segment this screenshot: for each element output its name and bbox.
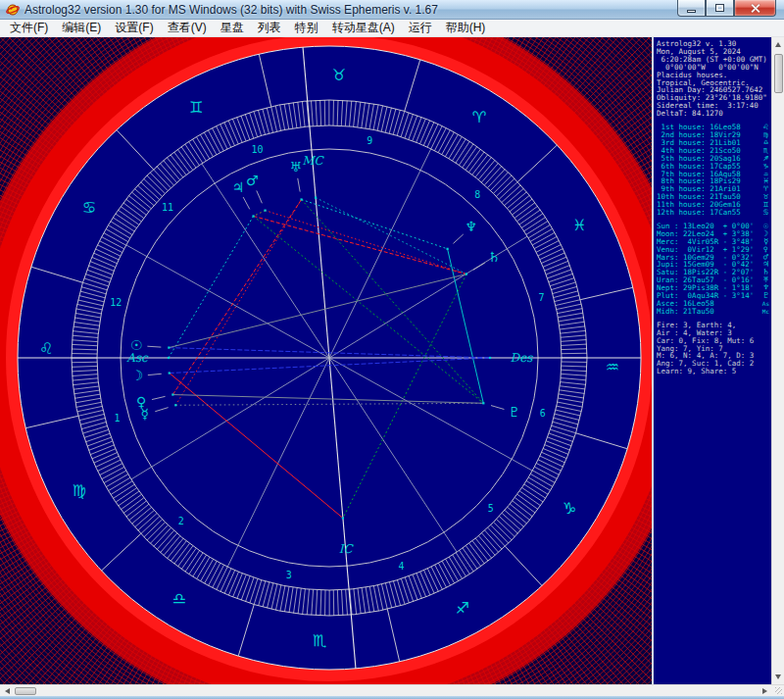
- svg-text:IC: IC: [339, 542, 355, 556]
- svg-text:♍: ♍: [73, 481, 86, 500]
- svg-text:Des: Des: [511, 351, 534, 365]
- svg-text:♄: ♄: [488, 249, 501, 265]
- element-stats-block: Fire: 3, Earth: 4,Air : 4, Water: 3Car: …: [657, 322, 771, 375]
- svg-text:♒: ♒: [606, 358, 619, 376]
- maximize-icon: [715, 4, 724, 12]
- menu-item-4[interactable]: 查看(V): [161, 19, 214, 37]
- vertical-scrollbar-thumb[interactable]: [774, 54, 783, 93]
- client-area: 123456789101112♈♉♊♋♌♍♎♏♐♑♒♓☉☽☿♀♂♃♄♅♆♇Asc…: [0, 37, 784, 684]
- svg-text:♇: ♇: [509, 404, 521, 420]
- vertical-scrollbar[interactable]: [771, 37, 784, 684]
- chart-info-line: DeltaT: 84.1270: [657, 110, 771, 118]
- svg-text:♈: ♈: [472, 108, 486, 126]
- svg-text:☽: ☽: [131, 368, 144, 383]
- menu-item-8[interactable]: 转动星盘(A): [325, 19, 402, 37]
- scroll-right-button[interactable]: [758, 685, 771, 696]
- svg-text:♀: ♀: [136, 394, 146, 410]
- menu-item-1[interactable]: 文件(F): [3, 19, 55, 37]
- scroll-up-button[interactable]: [772, 37, 784, 52]
- info-sidebar: Astrolog32 v. 1.30Mon, August 5, 2024 6:…: [652, 37, 771, 684]
- horizontal-scrollbar-thumb[interactable]: [15, 687, 36, 695]
- svg-text:11: 11: [162, 202, 173, 213]
- maximize-button[interactable]: [706, 0, 734, 17]
- menu-item-6[interactable]: 列表: [251, 19, 288, 37]
- house-list-block: 1st house: 16Leo58♌ 2nd house: 18Vir29♍ …: [657, 124, 771, 217]
- svg-text:9: 9: [367, 135, 372, 146]
- close-button[interactable]: [734, 0, 776, 17]
- svg-text:7: 7: [539, 292, 545, 303]
- chart-info-block: Astrolog32 v. 1.30Mon, August 5, 2024 6:…: [657, 40, 771, 118]
- svg-text:12: 12: [110, 297, 122, 308]
- svg-text:♐: ♐: [456, 599, 469, 618]
- svg-text:3: 3: [286, 570, 292, 580]
- house-row-label: 12th house: 17Can55: [657, 209, 741, 217]
- natal-chart-wheel: 123456789101112♈♉♊♋♌♍♎♏♐♑♒♓☉☽☿♀♂♃♄♅♆♇Asc…: [0, 37, 652, 684]
- minimize-button[interactable]: [677, 0, 706, 17]
- svg-text:♆: ♆: [466, 219, 478, 234]
- svg-text:MC: MC: [302, 154, 324, 168]
- scroll-up-icon: [775, 42, 781, 47]
- menu-item-7[interactable]: 特别: [288, 19, 325, 37]
- menu-item-2[interactable]: 编辑(E): [55, 19, 108, 37]
- svg-text:4: 4: [399, 561, 405, 572]
- svg-text:♃: ♃: [232, 179, 245, 195]
- horizontal-scrollbar[interactable]: [0, 684, 784, 696]
- menu-item-5[interactable]: 星盘: [214, 19, 251, 37]
- house-row-glyph-icon: ♋: [763, 209, 768, 217]
- app-icon: [6, 3, 20, 17]
- scroll-down-button[interactable]: [772, 670, 784, 684]
- scroll-left-button[interactable]: [0, 685, 14, 696]
- planet-list-block: Sun : 13Leo20 + 0°00'☉Moon: 22Leo24 + 3°…: [657, 223, 771, 316]
- svg-text:♅: ♅: [290, 159, 303, 175]
- resize-grip[interactable]: [771, 685, 784, 696]
- svg-text:1: 1: [114, 413, 120, 424]
- scroll-right-icon: [762, 688, 767, 694]
- scroll-left-icon: [5, 688, 10, 694]
- svg-text:♉: ♉: [332, 66, 346, 84]
- svg-text:5: 5: [488, 503, 494, 514]
- svg-text:♋: ♋: [82, 198, 96, 217]
- svg-text:♂: ♂: [246, 173, 259, 188]
- svg-text:2: 2: [178, 516, 184, 526]
- planet-row-glyph-icon: As: [762, 300, 769, 308]
- planet-row: Midh: 21Tau50Mc: [657, 308, 771, 316]
- menu-item-9[interactable]: 运行: [402, 19, 439, 37]
- svg-text:♓: ♓: [572, 216, 586, 234]
- svg-text:6: 6: [540, 408, 546, 419]
- svg-text:10: 10: [251, 144, 263, 155]
- planet-row-glyph-icon: ♇: [763, 292, 768, 300]
- chart-canvas: 123456789101112♈♉♊♋♌♍♎♏♐♑♒♓☉☽☿♀♂♃♄♅♆♇Asc…: [0, 37, 652, 684]
- menu-item-3[interactable]: 设置(F): [108, 19, 160, 37]
- svg-text:♑: ♑: [563, 499, 576, 518]
- title-bar[interactable]: Astrolog32 version 1.30 for MS Windows (…: [0, 0, 784, 20]
- svg-text:♊: ♊: [189, 98, 203, 117]
- svg-text:8: 8: [474, 189, 480, 200]
- svg-text:♎: ♎: [172, 589, 186, 608]
- astrolog-window: Astrolog32 version 1.30 for MS Windows (…: [0, 0, 784, 699]
- menu-item-10[interactable]: 帮助(H): [439, 19, 493, 37]
- horizontal-scrollbar-track[interactable]: [36, 685, 758, 696]
- close-icon: [750, 4, 760, 13]
- planet-row-label: Midh: 21Tau50: [657, 308, 714, 316]
- house-row: 12th house: 17Can55♋: [657, 209, 771, 217]
- scroll-down-icon: [775, 674, 781, 679]
- svg-text:♌: ♌: [39, 339, 53, 358]
- svg-text:♏: ♏: [313, 631, 326, 650]
- menu-bar: 文件(F)编辑(E)设置(F)查看(V)星盘列表特别转动星盘(A)运行帮助(H): [0, 20, 784, 37]
- svg-text:Asc: Asc: [125, 351, 149, 365]
- planet-row-glyph-icon: Mc: [762, 308, 769, 316]
- minimize-icon: [687, 10, 696, 13]
- window-title: Astrolog32 version 1.30 for MS Windows (…: [24, 3, 438, 17]
- stats-line: Learn: 9, Share: 5: [657, 368, 771, 375]
